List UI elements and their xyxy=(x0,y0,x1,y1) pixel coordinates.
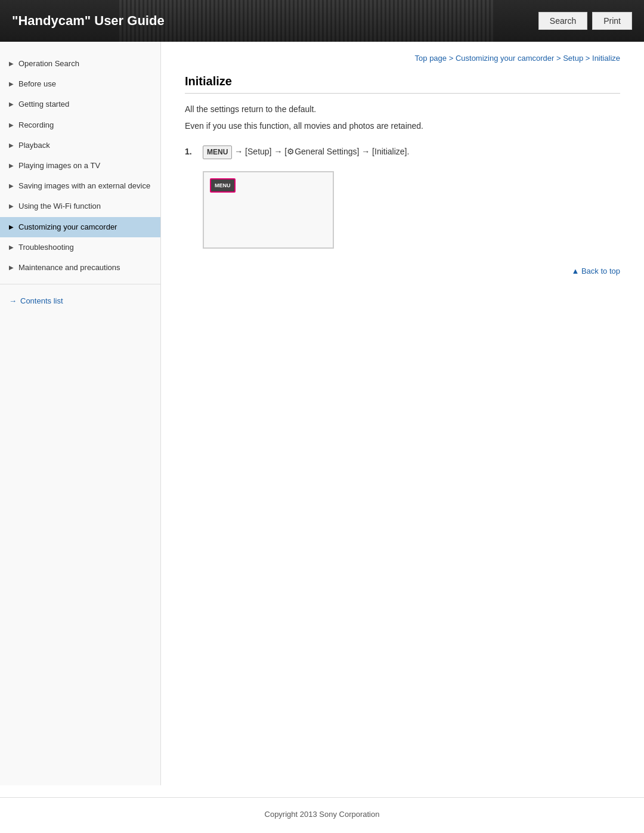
back-to-top: ▲ Back to top xyxy=(185,267,620,275)
breadcrumb-sep1: > xyxy=(449,54,456,63)
sidebar-divider xyxy=(0,284,160,284)
copyright: Copyright 2013 Sony Corporation xyxy=(12,810,632,819)
sidebar-item-before-use[interactable]: ▶ Before use xyxy=(0,74,160,94)
breadcrumb-sep2: > xyxy=(556,54,563,63)
page-title: Initialize xyxy=(185,75,620,94)
breadcrumb: Top page > Customizing your camcorder > … xyxy=(185,54,620,63)
header: "Handycam" User Guide Search Print xyxy=(0,0,644,42)
arrow-icon: ▶ xyxy=(9,202,14,210)
sidebar-item-wifi[interactable]: ▶ Using the Wi-Fi function xyxy=(0,196,160,216)
site-title: "Handycam" User Guide xyxy=(12,13,165,29)
screenshot-image: MENU xyxy=(203,171,334,249)
step-text2: General Settings] → [Initialize]. xyxy=(295,147,409,156)
sidebar-item-playback[interactable]: ▶ Playback xyxy=(0,135,160,156)
page-number: 237 xyxy=(0,831,644,833)
breadcrumb-sep3: > xyxy=(586,54,592,63)
arrow-right-icon: → xyxy=(9,296,17,305)
arrow-icon: ▶ xyxy=(9,223,14,231)
arrow-icon: ▶ xyxy=(9,182,14,190)
arrow-icon: ▶ xyxy=(9,60,14,68)
menu-key: MENU xyxy=(203,145,232,159)
arrow-icon: ▶ xyxy=(9,100,14,109)
sidebar-item-playing-images-tv[interactable]: ▶ Playing images on a TV xyxy=(0,156,160,176)
step-1: 1. MENU → [Setup] → [⚙General Settings] … xyxy=(185,145,620,159)
sidebar: ▶ Operation Search ▶ Before use ▶ Gettin… xyxy=(0,42,161,785)
arrow-icon: ▶ xyxy=(9,162,14,170)
main-content: Top page > Customizing your camcorder > … xyxy=(161,42,644,785)
arrow-icon: ▶ xyxy=(9,80,14,88)
sidebar-item-troubleshooting[interactable]: ▶ Troubleshooting xyxy=(0,237,160,258)
footer: Copyright 2013 Sony Corporation xyxy=(0,797,644,831)
menu-button-image: MENU xyxy=(210,178,236,193)
back-to-top-link[interactable]: ▲ Back to top xyxy=(571,267,620,275)
breadcrumb-current: Initialize xyxy=(592,54,620,63)
sidebar-item-recording[interactable]: ▶ Recording xyxy=(0,115,160,135)
sidebar-item-maintenance[interactable]: ▶ Maintenance and precautions xyxy=(0,258,160,278)
sidebar-item-operation-search[interactable]: ▶ Operation Search xyxy=(0,54,160,74)
header-decoration xyxy=(119,0,525,42)
breadcrumb-customizing[interactable]: Customizing your camcorder xyxy=(456,54,554,63)
step-text1: → [Setup] → [ xyxy=(234,147,287,156)
arrow-icon: ▶ xyxy=(9,141,14,150)
header-actions: Search Print xyxy=(538,12,632,30)
step-number: 1. xyxy=(185,145,197,158)
body-layout: ▶ Operation Search ▶ Before use ▶ Gettin… xyxy=(0,42,644,785)
search-button[interactable]: Search xyxy=(538,12,587,30)
breadcrumb-top[interactable]: Top page xyxy=(415,54,447,63)
arrow-icon: ▶ xyxy=(9,264,14,272)
settings-icon: ⚙ xyxy=(287,147,295,156)
sidebar-item-saving-images[interactable]: ▶ Saving images with an external device xyxy=(0,176,160,196)
description-line2: Even if you use this function, all movie… xyxy=(185,119,620,132)
description-line1: All the settings return to the default. xyxy=(185,103,620,116)
arrow-icon: ▶ xyxy=(9,243,14,252)
sidebar-item-getting-started[interactable]: ▶ Getting started xyxy=(0,94,160,114)
breadcrumb-setup[interactable]: Setup xyxy=(563,54,583,63)
step-content: MENU → [Setup] → [⚙General Settings] → [… xyxy=(203,145,409,159)
sidebar-item-customizing[interactable]: ▶ Customizing your camcorder xyxy=(0,217,160,237)
content-body: All the settings return to the default. … xyxy=(185,103,620,249)
print-button[interactable]: Print xyxy=(592,12,632,30)
contents-list-link[interactable]: → Contents list xyxy=(0,290,160,311)
arrow-icon: ▶ xyxy=(9,121,14,129)
